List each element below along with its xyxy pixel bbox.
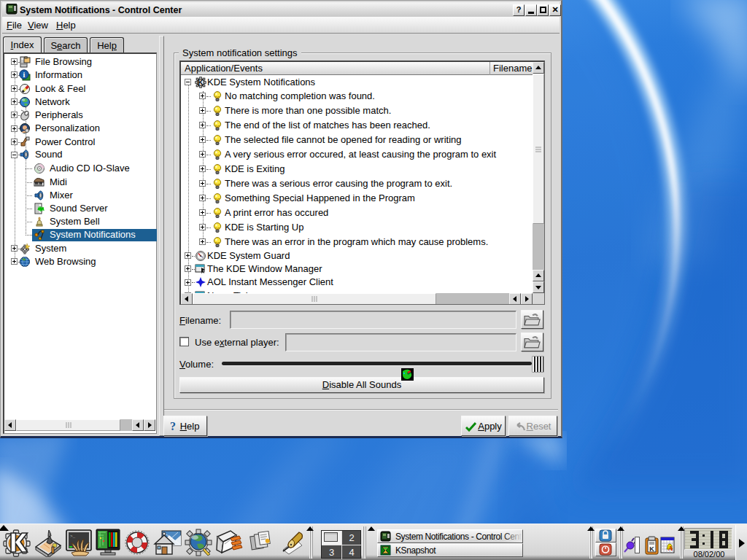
svg-text:?: ? <box>170 420 176 432</box>
svg-text:K: K <box>649 545 654 553</box>
svg-text:A: A <box>668 545 673 552</box>
svg-text:>_: >_ <box>70 534 76 539</box>
